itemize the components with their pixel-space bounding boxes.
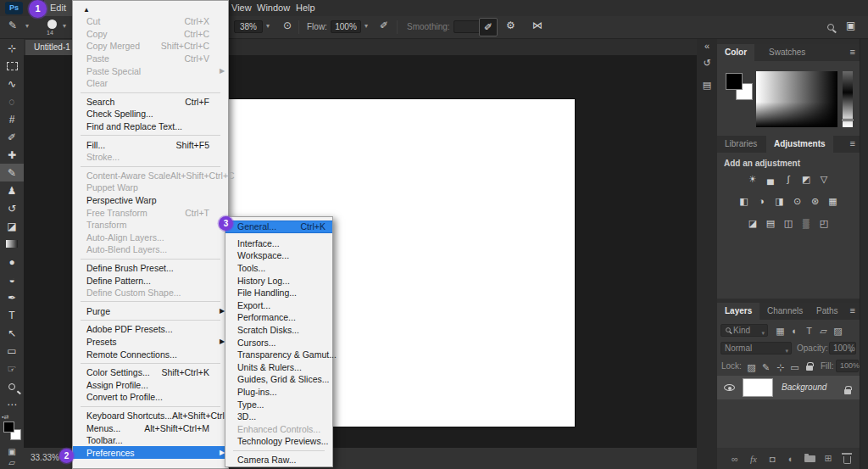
visibility-eye-icon[interactable]	[724, 384, 735, 391]
marquee-tool[interactable]	[0, 57, 24, 75]
lock-position-icon[interactable]: ⊹	[773, 361, 787, 374]
tab-color[interactable]: Color	[717, 44, 754, 61]
menu-item[interactable]: Purge ▶	[73, 304, 228, 317]
menu-item[interactable]: Transform ▶	[73, 219, 228, 232]
panel-menu-icon[interactable]: ≡	[850, 138, 855, 148]
submenu-item[interactable]: History Log...	[225, 274, 332, 287]
history-panel-icon[interactable]: ↺	[697, 58, 717, 69]
submenu-item[interactable]: Camera Raw...	[225, 454, 332, 466]
selective-color-icon[interactable]: ◰	[817, 217, 831, 229]
menu-item[interactable]: Define Custom Shape...	[73, 287, 228, 299]
eyedropper-tool[interactable]: ✐	[0, 128, 24, 146]
hue-saturation-icon[interactable]: ◧	[737, 195, 751, 207]
submenu-item[interactable]: Transparency & Gamut...	[225, 349, 332, 361]
lock-transparency-icon[interactable]: ▨	[744, 361, 759, 374]
menu-item[interactable]: Define Brush Preset...	[73, 262, 228, 275]
posterize-icon[interactable]: ▤	[764, 217, 777, 229]
airbrush-icon[interactable]: ✐	[380, 20, 388, 31]
gradient-map-icon[interactable]: ▒	[799, 217, 813, 229]
tab-paths[interactable]: Paths	[809, 303, 846, 320]
brush-tool[interactable]: ✎	[0, 164, 24, 181]
menu-item[interactable]: Perspective Warp	[73, 194, 228, 207]
submenu-item[interactable]: Interface...	[225, 237, 332, 250]
symmetry-icon[interactable]: ⋈	[532, 20, 542, 31]
collapse-dock-icon[interactable]: «	[697, 41, 717, 51]
menu-item[interactable]: Remote Connections...	[73, 348, 228, 360]
lock-artboard-icon[interactable]: ▭	[787, 361, 802, 374]
panel-menu-icon[interactable]: ≡	[850, 305, 855, 315]
brush-picker-caret-icon[interactable]: ▾	[63, 22, 66, 30]
search-icon[interactable]	[827, 23, 834, 32]
menu-item-preferences[interactable]: Preferences ▶	[73, 446, 228, 459]
menu-item[interactable]: Fill... Shift+F5	[73, 138, 228, 151]
layer-row-background[interactable]: Background	[717, 376, 860, 399]
layer-effects-icon[interactable]: fx	[748, 453, 760, 465]
tool-preset-icon[interactable]: ✎	[8, 20, 17, 31]
filter-image-icon[interactable]: ▦	[773, 325, 787, 338]
dodge-tool[interactable]: ◒	[0, 271, 24, 288]
submenu-item[interactable]: Type...	[225, 398, 332, 410]
photo-filter-icon[interactable]: ⊙	[791, 195, 804, 207]
opacity-pressure-icon[interactable]: ⊙	[283, 20, 292, 31]
opacity-caret-icon[interactable]: ▾	[266, 22, 270, 30]
filter-shape-icon[interactable]: ▱	[816, 325, 831, 338]
move-tool[interactable]: ⊹	[0, 39, 24, 57]
tab-layers[interactable]: Layers	[717, 303, 760, 320]
layer-thumbnail[interactable]	[743, 378, 773, 397]
menu-item[interactable]: Menus... Alt+Shift+Ctrl+M	[73, 422, 228, 434]
submenu-item[interactable]: Plug-ins...	[225, 386, 332, 399]
submenu-item[interactable]: Guides, Grid & Slices...	[225, 373, 332, 386]
foreground-background-colors[interactable]	[3, 422, 23, 444]
exposure-icon[interactable]: ◩	[799, 173, 813, 185]
link-layers-icon[interactable]: ∞	[729, 453, 741, 465]
blend-mode-select[interactable]: Normal▾	[721, 342, 792, 355]
pressure-size-button[interactable]: ✐	[479, 18, 498, 36]
filter-adjustment-icon[interactable]: ◐	[787, 324, 802, 337]
clone-source-panel-icon[interactable]: ▤	[697, 80, 717, 91]
layer-group-icon[interactable]	[804, 453, 815, 465]
menu-item[interactable]: Paste Special ▶	[73, 64, 228, 77]
smoothing-gear-icon[interactable]: ⚙	[506, 20, 515, 31]
menu-scroll-up-icon[interactable]: ▲	[73, 4, 228, 15]
quick-selection-tool[interactable]: ◌	[0, 92, 24, 110]
layer-filter-kind-select[interactable]: Kind ▾	[721, 324, 768, 337]
tab-libraries[interactable]: Libraries	[717, 136, 765, 153]
quick-mask-icon[interactable]: ▣	[0, 446, 24, 458]
levels-icon[interactable]: ▄	[764, 173, 777, 185]
foreground-color-swatch[interactable]	[3, 422, 14, 433]
flow-caret-icon[interactable]: ▾	[364, 22, 368, 30]
screen-mode-icon[interactable]: ▱	[0, 457, 24, 469]
filter-type-icon[interactable]: T	[802, 324, 816, 337]
menu-item[interactable]: Cut Ctrl+X	[73, 15, 228, 28]
crop-tool[interactable]: #	[0, 110, 24, 128]
history-brush-tool[interactable]: ↺	[0, 199, 24, 217]
lock-paint-icon[interactable]: ✎	[759, 361, 773, 374]
submenu-item[interactable]: Tools...	[225, 262, 332, 275]
menu-item[interactable]: Copy Merged Shift+Ctrl+C	[73, 40, 228, 53]
submenu-item[interactable]: Cursors...	[225, 336, 332, 349]
menu-item[interactable]: Presets ▶	[73, 336, 228, 349]
color-ramp-handle[interactable]	[841, 119, 854, 121]
lasso-tool[interactable]: ∿	[0, 75, 24, 92]
hand-tool[interactable]: ☞	[0, 360, 24, 377]
type-tool[interactable]: T	[0, 306, 24, 324]
layer-opacity-field[interactable]: 100%▾	[829, 342, 856, 355]
opacity-field[interactable]: 38%	[234, 20, 263, 33]
menu-item[interactable]: Auto-Align Layers...	[73, 232, 228, 244]
filter-smart-object-icon[interactable]: ▨	[831, 325, 845, 338]
pen-tool[interactable]: ✒	[0, 288, 24, 306]
tab-swatches[interactable]: Swatches	[761, 44, 813, 61]
document-tab[interactable]: Untitled-1	[25, 40, 79, 55]
submenu-item[interactable]: 3D...	[225, 410, 332, 423]
default-swap-colors-icon[interactable]: ▪⇄	[2, 414, 22, 422]
brightness-contrast-icon[interactable]: ☀	[746, 173, 760, 185]
path-selection-tool[interactable]: ↖	[0, 324, 24, 342]
foreground-color-swatch[interactable]	[726, 73, 743, 90]
menu-item[interactable]: Free Transform Ctrl+T	[73, 206, 228, 219]
panel-arrange-icon[interactable]: ▣	[846, 20, 855, 31]
flow-field[interactable]: 100%	[331, 20, 361, 33]
vibrance-icon[interactable]: ▽	[817, 173, 831, 185]
healing-brush-tool[interactable]: ✚	[0, 146, 24, 164]
menu-item[interactable]: Toolbar...	[73, 434, 228, 447]
zoom-tool[interactable]	[0, 377, 24, 395]
